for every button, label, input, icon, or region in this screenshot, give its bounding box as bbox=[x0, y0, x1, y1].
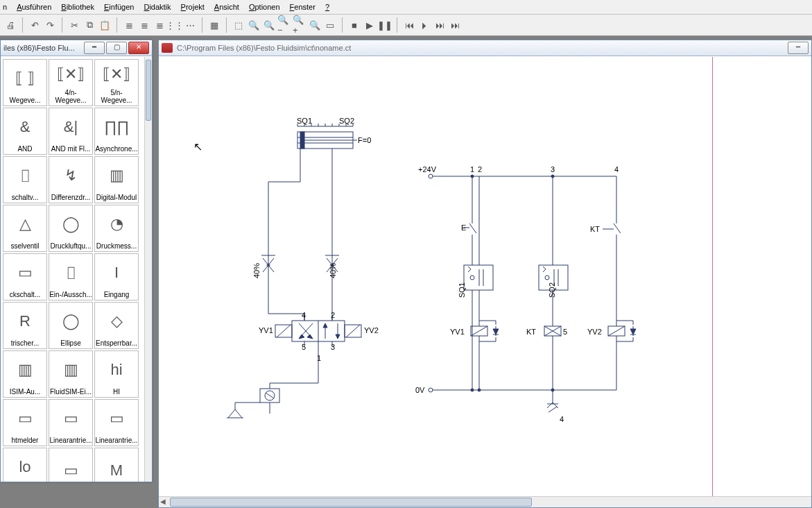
maximize-button[interactable]: ▢ bbox=[106, 42, 127, 54]
scrollbar-thumb[interactable] bbox=[146, 60, 151, 121]
library-item[interactable]: ↯Differenzdr... bbox=[49, 156, 93, 203]
library-item-label: Linearantrie... bbox=[49, 437, 92, 444]
stop-icon[interactable]: ■ bbox=[347, 18, 361, 32]
cut-icon[interactable]: ✂ bbox=[67, 18, 81, 32]
library-item[interactable]: ▭Linearantrie... bbox=[94, 399, 139, 446]
library-item[interactable]: &AND bbox=[3, 108, 47, 155]
skip-next-icon[interactable]: ⏭ bbox=[433, 18, 447, 32]
library-scrollbar[interactable] bbox=[144, 57, 152, 482]
coil-yv1[interactable] bbox=[471, 326, 487, 336]
zoom-less-icon[interactable]: 🔍 bbox=[308, 18, 322, 32]
library-item[interactable]: lolo bbox=[3, 448, 47, 482]
library-item[interactable]: M bbox=[94, 448, 139, 482]
library-item-label: trischer... bbox=[11, 339, 40, 347]
distribute-v-icon[interactable]: ⋯ bbox=[183, 18, 197, 32]
coil-kt[interactable] bbox=[544, 326, 561, 336]
valve-5-2[interactable] bbox=[275, 315, 361, 355]
label-port1: 1 bbox=[317, 354, 321, 362]
print-icon[interactable]: 🖨 bbox=[3, 18, 17, 32]
menu-item[interactable]: Optionen bbox=[249, 3, 280, 11]
library-item[interactable]: ⟦ ⟧Wegeve... bbox=[3, 59, 47, 106]
document-hscroll[interactable]: ◀ bbox=[159, 496, 811, 507]
library-item-label: ISIM-Au... bbox=[10, 388, 40, 396]
skip-back-icon[interactable]: ⏮ bbox=[402, 18, 416, 32]
redo-icon[interactable]: ↷ bbox=[43, 18, 57, 32]
library-item[interactable]: ⟦✕⟧5/n-Wegeve... bbox=[94, 59, 139, 106]
library-item[interactable]: ⌷Ein-/Aussch... bbox=[49, 253, 93, 300]
menu-item[interactable]: Bibliothek bbox=[61, 3, 94, 11]
minimize-button[interactable]: ━ bbox=[84, 42, 105, 54]
menu-item[interactable]: n bbox=[3, 3, 7, 11]
library-item[interactable]: ▥ISIM-Au... bbox=[3, 350, 47, 398]
library-item[interactable]: ◯Druckluftqu... bbox=[49, 205, 93, 252]
library-item[interactable]: ⟦✕⟧4/n-Wegeve... bbox=[49, 59, 93, 106]
schematic-canvas[interactable]: SQ1 SQ2 F=0 40% 40% YV1 YV2 4 2 5 3 1 +2… bbox=[159, 57, 811, 496]
library-item[interactable]: ▭Linearantrie... bbox=[49, 399, 93, 446]
hscroll-thumb[interactable] bbox=[170, 498, 532, 507]
document-titlebar[interactable]: C:\Program Files (x86)\Festo Fluidsim\ct… bbox=[159, 40, 811, 56]
menu-item[interactable]: Einfügen bbox=[104, 3, 134, 11]
cylinder[interactable] bbox=[297, 124, 357, 149]
pause-icon[interactable]: ❚❚ bbox=[378, 18, 392, 32]
library-item[interactable]: ◯Ellipse bbox=[49, 302, 93, 349]
library-item[interactable]: &|AND mit Fl... bbox=[49, 108, 93, 155]
library-item-icon: M bbox=[110, 448, 123, 482]
library-item[interactable]: ▭ckschalt... bbox=[3, 253, 47, 300]
menu-item[interactable]: Ansicht bbox=[214, 3, 239, 11]
library-item[interactable]: △sselventil bbox=[3, 205, 47, 252]
menu-item[interactable]: Projekt bbox=[181, 3, 205, 11]
library-client: ⟦ ⟧Wegeve...⟦✕⟧4/n-Wegeve...⟦✕⟧5/n-Wegev… bbox=[1, 57, 145, 482]
coil-yv2[interactable] bbox=[608, 326, 625, 336]
sensor-sq1[interactable] bbox=[464, 265, 493, 290]
svg-rect-58 bbox=[464, 265, 493, 290]
zoom-page-icon[interactable]: ▭ bbox=[323, 18, 337, 32]
library-item-icon: ▭ bbox=[110, 400, 124, 437]
zoom-region-icon[interactable]: 🔍 bbox=[262, 18, 276, 32]
library-item-label: htmelder bbox=[12, 437, 39, 444]
scroll-left-icon[interactable]: ◀ bbox=[160, 498, 166, 505]
label-yv2: YV2 bbox=[364, 326, 379, 335]
library-titlebar[interactable]: iles (x86)\Festo Flu... ━ ▢ ✕ bbox=[1, 40, 152, 56]
library-item[interactable]: IEingang bbox=[94, 253, 139, 300]
library-item[interactable]: ◇Entsperrbar... bbox=[94, 302, 139, 349]
align-left-icon[interactable]: ≣ bbox=[122, 18, 136, 32]
fit-icon[interactable]: ⬚ bbox=[232, 18, 245, 32]
undo-icon[interactable]: ↶ bbox=[28, 18, 42, 32]
contact-kt[interactable] bbox=[603, 218, 621, 326]
library-item[interactable]: ▥Digital-Modul bbox=[94, 156, 139, 203]
menubar: n AAusführenusführen Bibliothek Einfügen… bbox=[0, 0, 812, 15]
library-item[interactable]: ▭htmelder bbox=[3, 399, 47, 446]
library-item[interactable]: ◔Druckmess... bbox=[94, 205, 139, 252]
library-item[interactable]: ▥FluidSIM-Ei... bbox=[49, 350, 93, 398]
label-port3: 3 bbox=[331, 343, 335, 351]
label-port4: 4 bbox=[302, 311, 306, 319]
close-button[interactable]: ✕ bbox=[128, 42, 149, 54]
step-icon[interactable]: ⏵ bbox=[417, 18, 431, 32]
library-item[interactable]: ⌷schaltv... bbox=[3, 156, 47, 203]
document-window: C:\Program Files (x86)\Festo Fluidsim\ct… bbox=[158, 40, 812, 508]
menu-item[interactable]: ? bbox=[325, 3, 329, 11]
label-col4: 4 bbox=[614, 165, 619, 173]
grid-icon[interactable]: ▦ bbox=[207, 18, 221, 32]
copy-icon[interactable]: ⧉ bbox=[83, 18, 96, 32]
svg-point-59 bbox=[470, 276, 474, 280]
library-item[interactable]: hiHI bbox=[94, 350, 139, 398]
library-item[interactable]: ▭ bbox=[49, 448, 93, 482]
svg-line-52 bbox=[469, 223, 476, 233]
menu-item[interactable]: Fenster bbox=[290, 3, 316, 11]
library-item-label: Linearantrie... bbox=[95, 437, 137, 444]
align-center-icon[interactable]: ≣ bbox=[137, 18, 151, 32]
library-item[interactable]: ∏∏Asynchrone... bbox=[94, 108, 139, 155]
paste-icon[interactable]: 📋 bbox=[98, 18, 112, 32]
menu-item[interactable]: Didaktik bbox=[144, 3, 171, 11]
zoom-reset-icon[interactable]: 🔍 bbox=[247, 18, 261, 32]
skip-fwd-icon[interactable]: ⏭ bbox=[448, 18, 462, 32]
play-icon[interactable]: ▶ bbox=[363, 18, 377, 32]
doc-minimize-button[interactable]: ━ bbox=[788, 42, 809, 54]
menu-item[interactable]: AAusführenusführen bbox=[17, 3, 51, 11]
zoom-in-icon[interactable]: 🔍+ bbox=[293, 18, 306, 32]
align-right-icon[interactable]: ≣ bbox=[153, 18, 166, 32]
library-item[interactable]: Rtrischer... bbox=[3, 302, 47, 349]
zoom-out-icon[interactable]: 🔍− bbox=[277, 18, 291, 32]
distribute-h-icon[interactable]: ⋮⋮ bbox=[168, 18, 182, 32]
